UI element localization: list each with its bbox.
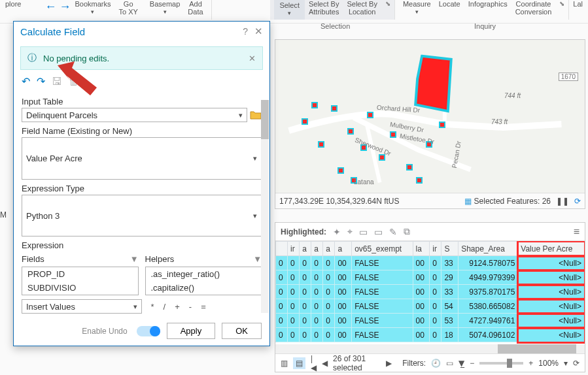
view-all-icon[interactable]: ▥: [281, 359, 288, 368]
column-header[interactable]: la: [413, 242, 430, 256]
zoom-slider[interactable]: [479, 362, 523, 365]
column-header[interactable]: a: [335, 242, 352, 256]
helpers-list-item[interactable]: .capitalize(): [146, 281, 262, 295]
map-view[interactable]: Orchard Hill Dr Mulberry Dr Mistletoe Dr…: [275, 39, 585, 209]
filter-extent-icon[interactable]: ▭: [446, 359, 453, 368]
fields-filter-icon[interactable]: ▼: [130, 254, 139, 264]
parcel-marker[interactable]: [439, 122, 445, 128]
view-selected-icon[interactable]: ▤: [293, 357, 305, 369]
basemap-button[interactable]: Basemap▾: [146, 0, 184, 20]
table-cell[interactable]: 0: [430, 328, 441, 342]
zoom-dropdown-icon[interactable]: ▾: [564, 359, 568, 368]
table-cell[interactable]: 0: [300, 314, 311, 328]
table-cell[interactable]: 0: [276, 285, 288, 299]
attribute-grid[interactable]: iraaaaov65_exemptlairSShape_AreaValue Pe…: [275, 241, 585, 344]
column-header[interactable]: Shape_Area: [458, 242, 518, 256]
table-cell[interactable]: 29: [441, 270, 458, 285]
table-cell[interactable]: FALSE: [352, 299, 413, 314]
enable-undo-toggle[interactable]: [137, 326, 160, 336]
add-data-button[interactable]: Add Data: [184, 0, 207, 20]
table-cell[interactable]: 0: [288, 328, 300, 342]
table-cell[interactable]: 0: [323, 314, 335, 328]
table-cell[interactable]: 0: [311, 299, 323, 314]
fields-list-item[interactable]: ADDITIONAL: [22, 295, 138, 295]
table-cell[interactable]: <Null>: [518, 285, 585, 299]
table-row[interactable]: 0000000FALSE000294949.979399<Null>: [276, 270, 585, 285]
table-cell[interactable]: 0: [323, 270, 335, 285]
column-header[interactable]: ov65_exempt: [352, 242, 413, 256]
close-icon[interactable]: ✕: [254, 25, 263, 37]
selection-expand-icon[interactable]: ⬊: [385, 0, 390, 7]
infographics-button[interactable]: Infographics: [464, 0, 511, 20]
parcel-marker[interactable]: [337, 167, 344, 174]
table-row[interactable]: 0000000FALSE000339124.578075<Null>: [276, 256, 585, 270]
attr-h-scrollbar[interactable]: [275, 344, 585, 353]
parcel-marker[interactable]: [390, 131, 396, 138]
table-cell[interactable]: 00: [335, 285, 352, 299]
table-cell[interactable]: 00: [413, 270, 430, 285]
pause-icon[interactable]: ❚❚: [556, 197, 569, 206]
table-cell[interactable]: 00: [413, 285, 430, 299]
table-cell[interactable]: 9375.870175: [458, 285, 518, 299]
selected-features-readout[interactable]: ▦ Selected Features: 26: [464, 197, 551, 206]
table-cell[interactable]: 9124.578075: [458, 256, 518, 270]
table-cell[interactable]: 53: [441, 314, 458, 328]
table-cell[interactable]: <Null>: [518, 256, 585, 270]
table-cell[interactable]: 00: [335, 314, 352, 328]
table-cell[interactable]: 0: [323, 285, 335, 299]
table-cell[interactable]: 0: [276, 270, 288, 285]
table-cell[interactable]: 00: [335, 299, 352, 314]
table-cell[interactable]: 0: [430, 256, 441, 270]
table-cell[interactable]: 00: [335, 256, 352, 270]
select-by-location-button[interactable]: Select By Location: [343, 0, 381, 20]
table-cell[interactable]: 4949.979399: [458, 270, 518, 285]
inquiry-expand-icon[interactable]: ⬊: [559, 0, 564, 7]
unselect-icon[interactable]: ▭: [374, 227, 383, 237]
bookmarks-button[interactable]: Bookmarks▾: [71, 0, 114, 20]
table-cell[interactable]: 0: [288, 270, 300, 285]
parcel-marker[interactable]: [311, 102, 318, 108]
table-cell[interactable]: 0: [300, 256, 311, 270]
table-cell[interactable]: 0: [323, 328, 335, 342]
column-header[interactable]: S: [441, 242, 458, 256]
operator-button[interactable]: =: [201, 302, 206, 312]
zoom-to-icon[interactable]: ✦: [333, 227, 341, 237]
table-cell[interactable]: 33: [441, 256, 458, 270]
table-cell[interactable]: <Null>: [518, 328, 585, 342]
column-header[interactable]: ir: [288, 242, 300, 256]
column-header[interactable]: a: [311, 242, 323, 256]
table-cell[interactable]: <Null>: [518, 299, 585, 314]
parcel-marker[interactable]: [416, 177, 423, 184]
table-cell[interactable]: 0: [300, 285, 311, 299]
table-row[interactable]: 0000000FALSE000534727.949761<Null>: [276, 314, 585, 328]
table-cell[interactable]: 00: [413, 256, 430, 270]
undo-icon[interactable]: ↶: [22, 75, 30, 88]
go-to-xy-button[interactable]: Go To XY: [115, 0, 142, 20]
table-cell[interactable]: 5380.665082: [458, 299, 518, 314]
table-cell[interactable]: FALSE: [352, 270, 413, 285]
column-header[interactable]: [276, 242, 288, 256]
input-table-dropdown[interactable]: Delinquent Parcels: [22, 108, 247, 122]
table-cell[interactable]: <Null>: [518, 270, 585, 285]
table-cell[interactable]: FALSE: [352, 285, 413, 299]
redo-icon[interactable]: ↷: [37, 75, 45, 88]
table-cell[interactable]: 33: [441, 285, 458, 299]
labeling-button[interactable]: Lal: [569, 0, 587, 20]
expression-type-dropdown[interactable]: Python 3: [22, 195, 262, 237]
table-cell[interactable]: 0: [311, 256, 323, 270]
first-record-icon[interactable]: |◀: [311, 354, 317, 372]
table-cell[interactable]: 54: [441, 299, 458, 314]
locate-button[interactable]: Locate: [435, 0, 464, 20]
info-close-icon[interactable]: ✕: [249, 54, 256, 63]
filter-time-icon[interactable]: 🕘: [431, 359, 441, 368]
table-cell[interactable]: 0: [288, 285, 300, 299]
table-cell[interactable]: 0: [288, 256, 300, 270]
operator-button[interactable]: *: [151, 302, 154, 312]
table-row[interactable]: 0000000FALSE000545380.665082<Null>: [276, 299, 585, 314]
next-record-icon[interactable]: ▶: [386, 359, 392, 368]
measure-button[interactable]: Measure▾: [399, 0, 435, 20]
table-cell[interactable]: 0: [311, 285, 323, 299]
table-cell[interactable]: 0: [288, 299, 300, 314]
table-cell[interactable]: FALSE: [352, 314, 413, 328]
table-cell[interactable]: 18: [441, 328, 458, 342]
